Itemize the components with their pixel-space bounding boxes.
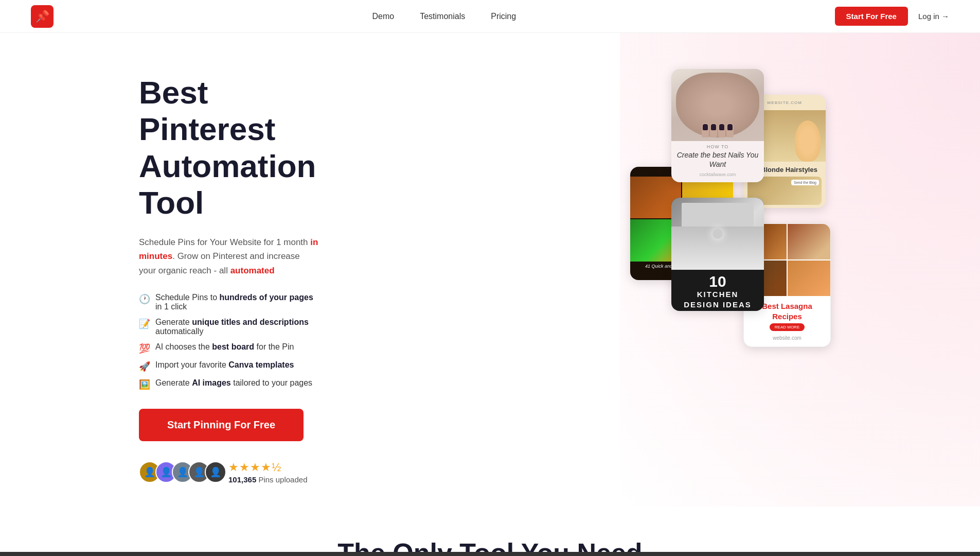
nail-tip-3 [719,124,724,130]
nail-tip-2 [711,124,716,130]
avatar-5: 👤 [205,461,226,483]
nail-finger-2 [710,123,717,137]
navbar: 📌 Demo Testimonials Pricing Start For Fr… [0,0,980,33]
nav-start-button[interactable]: Start For Free [835,7,908,26]
nail-finger-3 [718,123,725,137]
pin-card-nails: How to Create the best Nails You Want co… [671,69,764,182]
nail-tip-4 [727,124,733,130]
rating: ★★★★½ 101,365 Pins uploaded [228,461,307,484]
logo[interactable]: 📌 [31,5,54,28]
feature-5: 🖼️ Generate AI images tailored to your p… [139,378,319,390]
blonde-face [795,120,821,162]
pin-cards-area: 41 Quick and Easy Sweet Cocktails WEBSIT… [517,64,980,450]
hero-title: Best Pinterest Automation Tool [139,74,319,221]
logo-icon: 📌 [35,10,49,23]
image-icon: 🖼️ [139,379,150,390]
nails-website: cocktailwave.com [671,169,764,179]
feature-2: 📝 Generate unique titles and description… [139,318,319,336]
nav-demo[interactable]: Demo [372,12,394,21]
lasagna-read-more[interactable]: READ MORE [770,323,805,331]
avatars: 👤 👤 👤 👤 👤 [139,461,221,483]
pencil-icon: 📝 [139,318,150,329]
pin-card-kitchen: 10 KITCHEN DESIGN IDEAS [671,198,764,311]
rocket-icon: 🚀 [139,361,150,372]
nails-title: Create the best Nails You Want [671,150,764,169]
nails-how-to: How to [671,141,764,150]
pins-count: 101,365 Pins uploaded [228,475,307,484]
hero-section: Best Pinterest Automation Tool Schedule … [0,33,980,507]
kitchen-number: 10 [671,270,764,289]
lasagna-cell-4 [788,260,830,296]
nav-pricing[interactable]: Pricing [491,12,516,21]
kitchen-image [671,198,764,270]
feature-4: 🚀 Import your favorite Canva templates [139,360,319,372]
nav-testimonials[interactable]: Testimonials [420,12,465,21]
nails-hands [676,73,759,137]
kitchen-light [712,229,723,239]
features-list: 🕐 Schedule Pins to hundreds of your page… [139,293,319,390]
social-proof: 👤 👤 👤 👤 👤 ★★★★½ 101,365 Pins uploaded [139,461,319,484]
nails-image [671,69,764,141]
nav-login-button[interactable]: Log in → [918,12,949,21]
stars: ★★★★½ [228,461,307,474]
feature-3: 💯 AI chooses the best board for the Pin [139,342,319,354]
lasagna-website: website.com [744,335,830,344]
nav-links: Demo Testimonials Pricing [372,12,516,21]
feature-1: 🕐 Schedule Pins to hundreds of your page… [139,293,319,311]
clock-icon: 🕐 [139,293,150,305]
hero-text: Best Pinterest Automation Tool Schedule … [0,33,319,484]
nav-actions: Start For Free Log in → [835,7,949,26]
kitchen-title: KITCHEN DESIGN IDEAS [671,289,764,309]
nail-finger-1 [702,123,709,137]
lasagna-cell-2 [788,224,830,259]
nail-finger-4 [726,123,734,137]
chat-bubble: Send the Blog [791,180,819,185]
nail-tip-1 [703,124,708,130]
only-tool-section: The Only Tool You Need Plan To Pin autom… [0,507,980,556]
hero-subtitle: Schedule Pins for Your Website for 1 mon… [139,235,319,277]
hundred-icon: 💯 [139,343,150,354]
bottom-bar [0,552,980,556]
hero-cta-button[interactable]: Start Pinning For Free [139,409,304,441]
